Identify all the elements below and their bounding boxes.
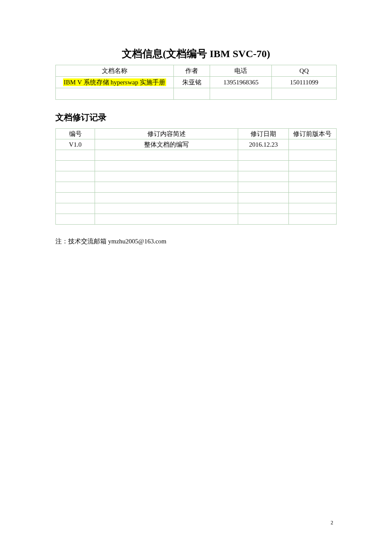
cell-rev-id [56,161,95,171]
highlighted-text: IBM V 系统存储 hyperswap 实施手册 [63,78,167,86]
cell-rev-prev [288,214,336,225]
document-info-table: 文档名称 作者 电话 QQ IBM V 系统存储 hyperswap 实施手册 … [55,65,337,100]
table-header-row: 编号 修订内容简述 修订日期 修订前版本号 [56,129,337,139]
cell-rev-date [238,150,289,161]
header-rev-desc: 修订内容简述 [95,129,238,139]
cell-qq [272,88,337,100]
cell-rev-date [238,203,289,214]
cell-rev-date [238,214,289,225]
cell-rev-desc [95,171,238,182]
cell-doc-name [56,88,174,100]
table-row [56,182,337,193]
cell-rev-date [238,182,289,193]
page-number: 2 [331,520,333,526]
header-rev-prev: 修订前版本号 [288,129,336,139]
cell-rev-date [238,171,289,182]
cell-rev-date [238,161,289,171]
cell-rev-id [56,171,95,182]
table-row [56,150,337,161]
cell-author: 朱亚铭 [173,77,210,88]
cell-rev-desc [95,214,238,225]
cell-rev-id [56,193,95,203]
cell-rev-desc [95,203,238,214]
revision-table: 编号 修订内容简述 修订日期 修订前版本号 V1.0 整体文档的编写 2016.… [55,128,337,225]
header-phone: 电话 [210,65,272,77]
cell-rev-desc [95,161,238,171]
cell-rev-id [56,182,95,193]
footer-note: 注：技术交流邮箱 ymzhu2005@163.com [55,237,337,246]
cell-doc-name: IBM V 系统存储 hyperswap 实施手册 [56,77,174,88]
cell-rev-date: 2016.12.23 [238,139,289,150]
table-row [56,161,337,171]
cell-rev-id [56,214,95,225]
table-row: IBM V 系统存储 hyperswap 实施手册 朱亚铭 1395196836… [56,77,337,88]
table-row [56,88,337,100]
table-row: V1.0 整体文档的编写 2016.12.23 [56,139,337,150]
table-row [56,171,337,182]
cell-rev-id: V1.0 [56,139,95,150]
cell-rev-prev [288,150,336,161]
table-row [56,203,337,214]
cell-qq: 150111099 [272,77,337,88]
cell-rev-prev [288,161,336,171]
cell-rev-prev [288,193,336,203]
page-content: 文档信息(文档编号 IBM SVC-70) 文档名称 作者 电话 QQ IBM … [0,0,392,246]
cell-author [173,88,210,100]
cell-rev-id [56,150,95,161]
header-rev-id: 编号 [56,129,95,139]
cell-rev-desc [95,150,238,161]
cell-rev-desc: 整体文档的编写 [95,139,238,150]
table-header-row: 文档名称 作者 电话 QQ [56,65,337,77]
header-doc-name: 文档名称 [56,65,174,77]
cell-phone: 13951968365 [210,77,272,88]
table-row [56,214,337,225]
cell-rev-desc [95,193,238,203]
header-rev-date: 修订日期 [238,129,289,139]
cell-rev-prev [288,139,336,150]
header-author: 作者 [173,65,210,77]
cell-phone [210,88,272,100]
table-row [56,193,337,203]
cell-rev-desc [95,182,238,193]
cell-rev-prev [288,182,336,193]
document-title: 文档信息(文档编号 IBM SVC-70) [55,47,337,61]
header-qq: QQ [272,65,337,77]
revision-title: 文档修订记录 [55,112,337,123]
cell-rev-date [238,193,289,203]
cell-rev-id [56,203,95,214]
cell-rev-prev [288,203,336,214]
cell-rev-prev [288,171,336,182]
